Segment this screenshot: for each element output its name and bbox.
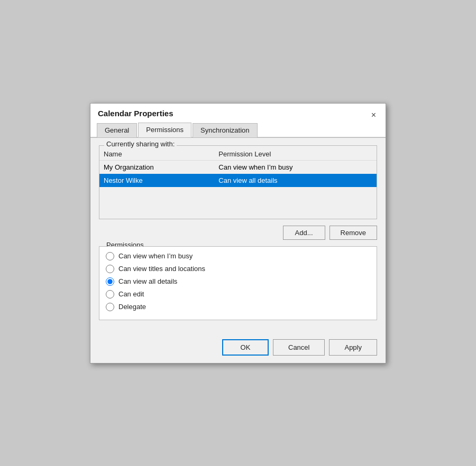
col-name: Name [99, 148, 214, 161]
radio-busy-label: Can view when I’m busy [118, 252, 193, 260]
close-button[interactable]: × [368, 110, 379, 120]
radio-delegate[interactable] [106, 303, 114, 311]
tab-permissions[interactable]: Permissions [138, 123, 191, 137]
radio-item-delegate[interactable]: Delegate [106, 303, 370, 311]
table-row[interactable]: My Organization Can view when I’m busy [99, 160, 377, 174]
title-bar-left: Calendar Properties General Permissions … [97, 109, 259, 137]
permissions-group-wrapper: Permissions Can view when I’m busy Can v… [99, 246, 377, 320]
title-bar: Calendar Properties General Permissions … [90, 104, 386, 137]
apply-button[interactable]: Apply [329, 339, 377, 356]
tab-general[interactable]: General [97, 123, 137, 137]
radio-titles[interactable] [106, 265, 114, 273]
radio-item-all-details[interactable]: Can view all details [106, 277, 370, 286]
dialog-footer: OK Cancel Apply [90, 335, 386, 363]
dialog-title: Calendar Properties [97, 109, 259, 118]
radio-busy[interactable] [106, 252, 114, 260]
sharing-group-label: Currently sharing with: [104, 140, 177, 148]
add-button[interactable]: Add... [283, 226, 325, 240]
add-remove-row: Add... Remove [99, 226, 377, 240]
radio-item-edit[interactable]: Can edit [106, 290, 370, 299]
row-name: My Organization [99, 160, 214, 174]
row-permission-selected: Can view all details [214, 174, 377, 187]
remove-button[interactable]: Remove [329, 226, 377, 240]
row-permission: Can view when I’m busy [214, 160, 377, 174]
radio-all-details[interactable] [106, 277, 114, 286]
tab-synchronization[interactable]: Synchronization [193, 123, 258, 137]
ok-button[interactable]: OK [222, 339, 269, 356]
radio-delegate-label: Delegate [118, 303, 146, 311]
permissions-group: Can view when I’m busy Can view titles a… [99, 246, 377, 320]
cancel-button[interactable]: Cancel [273, 339, 325, 356]
radio-edit-label: Can edit [118, 290, 144, 298]
sharing-table: Name Permission Level My Organization Ca… [99, 148, 377, 187]
row-name-selected: Nestor Wilke [99, 174, 214, 187]
tabs: General Permissions Synchronization [97, 122, 259, 137]
sharing-table-wrapper: Name Permission Level My Organization Ca… [99, 145, 377, 219]
sharing-group: Currently sharing with: Name Permission … [99, 145, 377, 219]
radio-titles-label: Can view titles and locations [118, 265, 205, 273]
table-row-selected[interactable]: Nestor Wilke Can view all details [99, 174, 377, 187]
calendar-properties-dialog: Calendar Properties General Permissions … [90, 103, 386, 364]
radio-item-titles[interactable]: Can view titles and locations [106, 265, 370, 273]
radio-item-busy[interactable]: Can view when I’m busy [106, 252, 370, 260]
dialog-body: Currently sharing with: Name Permission … [90, 137, 386, 335]
radio-edit[interactable] [106, 290, 114, 299]
radio-all-details-label: Can view all details [118, 277, 177, 285]
table-header-row: Name Permission Level [99, 148, 377, 161]
col-permission: Permission Level [214, 148, 377, 161]
